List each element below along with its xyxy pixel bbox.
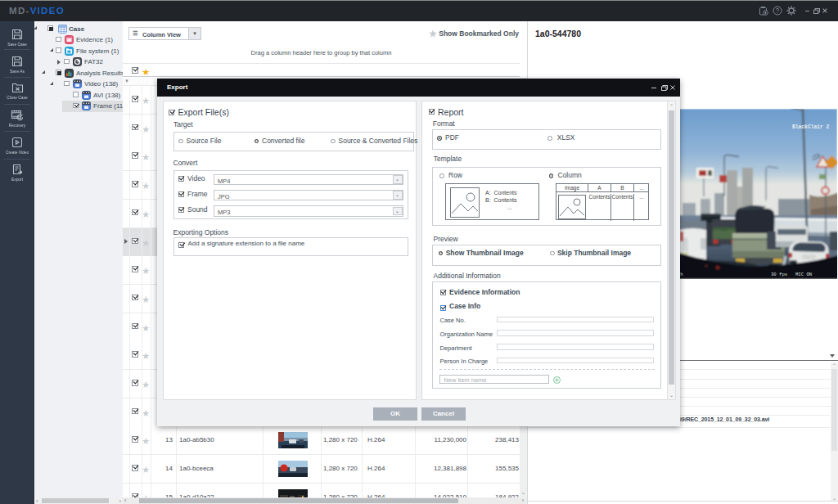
svg-text:30 fps: 30 fps [771, 272, 787, 277]
svg-text:MIC ON: MIC ON [795, 272, 812, 277]
svg-text:BlackClair 2: BlackClair 2 [792, 124, 830, 130]
